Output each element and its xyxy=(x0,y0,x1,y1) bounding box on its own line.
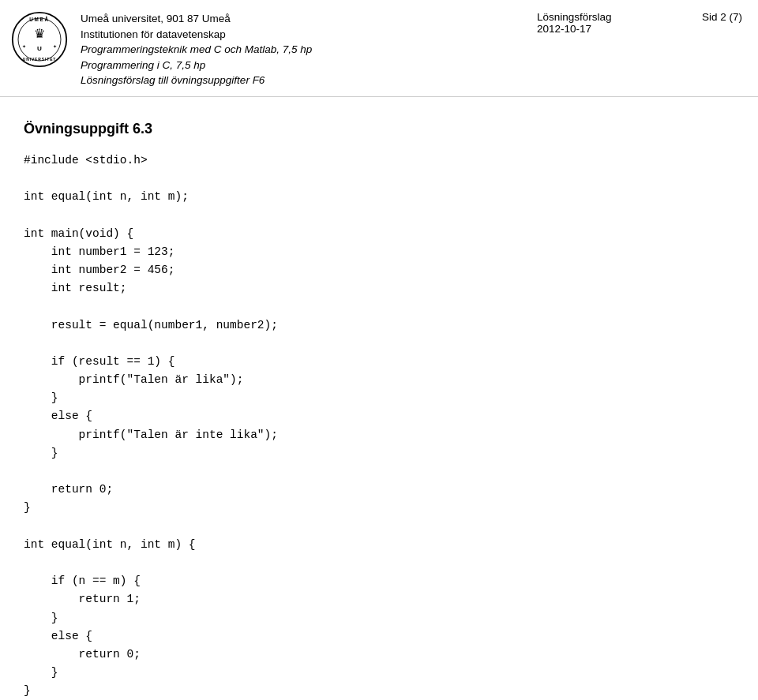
header-text: Umeå universitet, 901 87 Umeå Institutio… xyxy=(81,11,537,88)
logo-area: UMEÅ UNIVERSITET ♛ ✦ ✦ U xyxy=(11,11,68,68)
code-line: int number2 = 456; xyxy=(24,261,726,279)
course1: Programmeringsteknik med C och Matlab, 7… xyxy=(81,42,537,58)
code-line xyxy=(24,518,726,536)
code-line: #include <stdio.h> xyxy=(24,152,726,170)
code-line xyxy=(24,170,726,188)
code-line: int number1 = 123; xyxy=(24,243,726,261)
svg-text:✦: ✦ xyxy=(53,43,57,49)
code-line xyxy=(24,462,726,481)
code-line: } xyxy=(24,682,726,700)
code-line xyxy=(24,298,726,316)
university-logo: UMEÅ UNIVERSITET ♛ ✦ ✦ U xyxy=(11,11,68,68)
code-line: int result; xyxy=(24,279,726,298)
code-line: } xyxy=(24,444,726,462)
code-line: if (n == m) { xyxy=(24,572,726,590)
code-line xyxy=(24,206,726,224)
section-title: Övningsuppgift 6.3 xyxy=(24,121,726,137)
code-line: if (result == 1) { xyxy=(24,353,726,371)
code-line: printf("Talen är lika"); xyxy=(24,371,726,389)
svg-text:♛: ♛ xyxy=(34,26,45,40)
code-block: #include <stdio.h> int equal(int n, int … xyxy=(24,152,726,700)
code-line: int equal(int n, int m); xyxy=(24,188,726,206)
code-line: result = equal(number1, number2); xyxy=(24,316,726,335)
code-line: return 0; xyxy=(24,481,726,499)
code-line: int main(void) { xyxy=(24,225,726,243)
code-line: else { xyxy=(24,627,726,646)
code-line xyxy=(24,554,726,572)
svg-text:✦: ✦ xyxy=(22,43,26,49)
code-line: return 0; xyxy=(24,646,726,664)
main-content: Övningsuppgift 6.3 #include <stdio.h> in… xyxy=(0,97,758,700)
uni-name: Umeå universitet, 901 87 Umeå xyxy=(81,11,537,27)
header-meta: Lösningsförslag Sid 2 (7) 2012-10-17 xyxy=(537,11,742,35)
code-line: } xyxy=(24,664,726,682)
svg-text:UMEÅ: UMEÅ xyxy=(29,16,50,22)
page-header: UMEÅ UNIVERSITET ♛ ✦ ✦ U Umeå universite… xyxy=(0,0,758,97)
svg-text:UNIVERSITET: UNIVERSITET xyxy=(23,58,57,62)
dept-name: Institutionen för datavetenskap xyxy=(81,27,537,43)
code-line: int equal(int n, int m) { xyxy=(24,536,726,554)
code-line: } xyxy=(24,389,726,407)
header-meta-row2: 2012-10-17 xyxy=(537,23,742,35)
losning-label: Lösningsförslag xyxy=(537,11,612,23)
code-line: printf("Talen är inte lika"); xyxy=(24,426,726,444)
course2: Programmering i C, 7,5 hp xyxy=(81,58,537,73)
date-label: 2012-10-17 xyxy=(537,23,591,35)
sid-label: Sid 2 (7) xyxy=(702,11,742,23)
header-meta-row1: Lösningsförslag Sid 2 (7) xyxy=(537,11,742,23)
code-line: } xyxy=(24,499,726,517)
code-line xyxy=(24,335,726,353)
svg-text:U: U xyxy=(37,45,42,52)
code-line: else { xyxy=(24,407,726,425)
course3: Lösningsförslag till övningsuppgifter F6 xyxy=(81,73,537,88)
code-line: } xyxy=(24,609,726,627)
code-line: return 1; xyxy=(24,590,726,608)
